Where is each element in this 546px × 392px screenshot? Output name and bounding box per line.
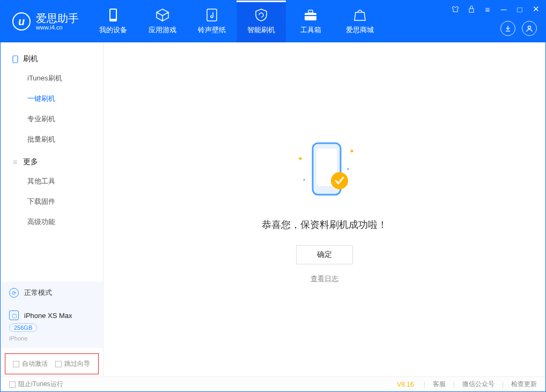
view-log-link[interactable]: 查看日志 xyxy=(311,274,338,284)
nav-my-device[interactable]: 我的设备 xyxy=(88,1,138,42)
header: u 爱思助手 www.i4.cn 我的设备 应用游戏 铃声壁纸 智能刷机 工具箱 xyxy=(1,1,545,42)
nav-smart-flash[interactable]: 智能刷机 xyxy=(237,1,286,42)
top-nav: 我的设备 应用游戏 铃声壁纸 智能刷机 工具箱 爱思商城 xyxy=(88,1,385,42)
maximize-button[interactable]: □ xyxy=(514,4,525,14)
sidebar-item-advanced[interactable]: 高级功能 xyxy=(1,212,103,232)
sidebar: 刷机 iTunes刷机 一键刷机 专业刷机 批量刷机 ≡ 更多 其他工具 下载固… xyxy=(1,42,104,376)
support-link[interactable]: 客服 xyxy=(433,380,446,389)
skip-guide-checkbox[interactable]: 跳过向导 xyxy=(55,359,90,368)
group-label: 更多 xyxy=(23,157,38,167)
sparkle-icon: • xyxy=(347,166,349,173)
cube-icon xyxy=(156,8,169,22)
app-subtitle: www.i4.cn xyxy=(36,24,79,31)
device-outline-icon: ▢ xyxy=(9,310,19,320)
sparkle-icon: ✦ xyxy=(298,155,303,162)
nav-toolbox[interactable]: 工具箱 xyxy=(286,1,335,42)
svg-rect-8 xyxy=(13,56,18,63)
nav-label: 铃声壁纸 xyxy=(198,25,226,35)
nav-label: 工具箱 xyxy=(300,25,321,35)
sidebar-item-batch-flash[interactable]: 批量刷机 xyxy=(1,129,103,150)
sidebar-group-flash[interactable]: 刷机 xyxy=(1,50,103,68)
block-itunes-checkbox[interactable]: 阻止iTunes运行 xyxy=(9,380,63,389)
svg-rect-5 xyxy=(305,15,316,16)
main-content: ✦ • ✦ • 恭喜您，保资料刷机成功啦！ 确定 查看日志 xyxy=(104,42,545,376)
header-right xyxy=(500,21,537,36)
mode-label: 正常模式 xyxy=(24,288,52,298)
device-name: iPhone XS Max xyxy=(24,312,72,320)
option-row: 自动激活 跳过向导 xyxy=(5,353,99,374)
sidebar-item-oneclick-flash[interactable]: 一键刷机 xyxy=(1,88,103,109)
sparkle-icon: • xyxy=(303,176,305,184)
nav-apps-games[interactable]: 应用游戏 xyxy=(138,1,187,42)
svg-point-11 xyxy=(331,172,348,189)
nav-label: 爱思商城 xyxy=(346,25,374,35)
sidebar-item-itunes-flash[interactable]: iTunes刷机 xyxy=(1,68,103,88)
nav-label: 应用游戏 xyxy=(149,25,176,35)
nav-ringtones[interactable]: 铃声壁纸 xyxy=(187,1,237,42)
sidebar-item-pro-flash[interactable]: 专业刷机 xyxy=(1,109,103,129)
bag-icon xyxy=(353,8,366,22)
sidebar-item-download-firmware[interactable]: 下载固件 xyxy=(1,191,103,212)
nav-label: 智能刷机 xyxy=(247,25,275,35)
user-button[interactable] xyxy=(522,21,537,36)
phone-icon xyxy=(11,55,19,63)
app-title: 爱思助手 xyxy=(36,12,79,24)
checkbox-label: 阻止iTunes运行 xyxy=(18,380,63,389)
auto-activate-checkbox[interactable]: 自动激活 xyxy=(13,359,48,368)
check-update-link[interactable]: 检查更新 xyxy=(511,380,537,389)
toolbox-icon xyxy=(304,8,318,22)
success-message: 恭喜您，保资料刷机成功啦！ xyxy=(262,218,387,231)
sidebar-item-other-tools[interactable]: 其他工具 xyxy=(1,171,103,191)
window-controls: ≡ ─ □ ✕ xyxy=(450,4,541,14)
menu-icon[interactable]: ≡ xyxy=(482,4,493,14)
device-icon xyxy=(108,8,118,22)
shirt-icon[interactable] xyxy=(450,4,461,14)
svg-rect-4 xyxy=(308,10,313,13)
minimize-button[interactable]: ─ xyxy=(498,4,509,14)
device-type: iPhone xyxy=(9,335,27,342)
logo: u 爱思助手 www.i4.cn xyxy=(1,12,88,31)
mode-card[interactable]: ⟳ 正常模式 xyxy=(1,282,103,304)
list-icon: ≡ xyxy=(11,158,19,166)
svg-rect-3 xyxy=(305,13,316,20)
sparkle-icon: ✦ xyxy=(349,147,355,155)
shield-refresh-icon xyxy=(254,8,268,22)
close-button[interactable]: ✕ xyxy=(530,4,541,14)
sidebar-group-more[interactable]: ≡ 更多 xyxy=(1,153,103,171)
svg-rect-2 xyxy=(207,9,217,21)
nav-label: 我的设备 xyxy=(99,25,127,35)
lock-icon[interactable] xyxy=(466,4,477,14)
logo-icon: u xyxy=(12,12,31,31)
checkbox-label: 自动激活 xyxy=(22,359,48,368)
music-file-icon xyxy=(206,8,218,22)
success-illustration: ✦ • ✦ • xyxy=(287,139,362,203)
svg-rect-6 xyxy=(469,9,474,12)
version-label: V8.16 xyxy=(397,381,414,388)
ok-button[interactable]: 确定 xyxy=(296,245,353,264)
svg-point-7 xyxy=(528,26,531,29)
wechat-link[interactable]: 微信公众号 xyxy=(462,380,495,389)
storage-badge: 256GB xyxy=(9,323,37,332)
mode-icon: ⟳ xyxy=(9,288,19,298)
group-label: 刷机 xyxy=(23,54,38,64)
footer: 阻止iTunes运行 V8.16 | 客服 | 微信公众号 | 检查更新 xyxy=(1,376,545,391)
svg-rect-1 xyxy=(110,10,116,19)
checkbox-label: 跳过向导 xyxy=(64,359,90,368)
device-card[interactable]: ▢ iPhone XS Max 256GB iPhone xyxy=(1,304,103,348)
nav-store[interactable]: 爱思商城 xyxy=(335,1,385,42)
download-button[interactable] xyxy=(500,21,515,36)
